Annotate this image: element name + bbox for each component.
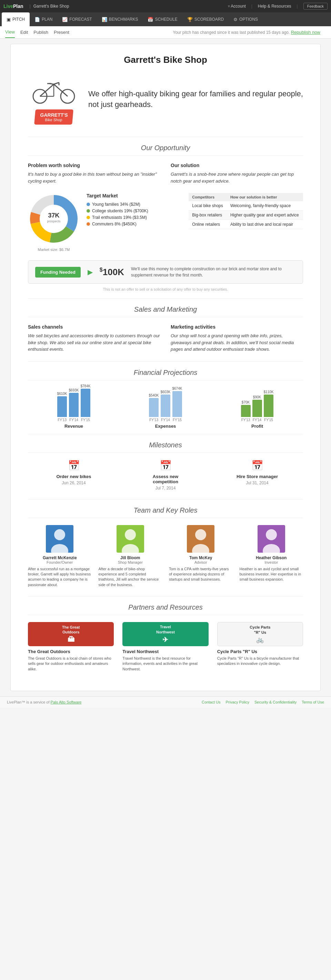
republish-link[interactable]: Republish now bbox=[291, 27, 320, 38]
partner-logo-3: Cycle Parts"R" Us 🚲 bbox=[217, 622, 303, 646]
milestone-title-3: Hire Store manager bbox=[231, 474, 283, 479]
funding-arrow: ▶ bbox=[87, 268, 93, 276]
tab-plan[interactable]: 📄 PLAN bbox=[30, 13, 57, 26]
funding-amount: $100K bbox=[100, 267, 124, 278]
options-icon: ⚙ bbox=[233, 17, 238, 22]
target-section: 37K prospects Market size: $6.7M Target … bbox=[28, 193, 303, 251]
team-member-1: Garrett McKenzie Founder/Owner After a s… bbox=[28, 525, 92, 588]
team-photo-4 bbox=[258, 525, 285, 553]
svg-point-18 bbox=[54, 529, 65, 540]
team-avatar-1 bbox=[46, 525, 73, 553]
profit-bar-col-1 bbox=[241, 405, 251, 417]
sales-channels-title: Sales channels bbox=[28, 324, 160, 330]
comp-header-2: How our solution is better bbox=[227, 193, 303, 201]
milestone-date-2: Jul 7, 2014 bbox=[139, 486, 192, 490]
subnav-edit[interactable]: Edit bbox=[21, 27, 28, 38]
funding-box: Funding Needed ▶ $100K We'll use this mo… bbox=[28, 260, 303, 284]
logo-text: LivePlan bbox=[3, 3, 24, 9]
svg-line-6 bbox=[54, 83, 59, 84]
team-photo-3 bbox=[187, 525, 214, 553]
partners-title: Partners and Resources bbox=[28, 603, 303, 615]
help-link[interactable]: Help & Resources bbox=[258, 4, 291, 9]
problem-text: It's hard to buy a good bike in this tow… bbox=[28, 171, 160, 185]
partner-logo-1: The GreatOutdoors 🏔 bbox=[28, 622, 114, 646]
legend-dot-2 bbox=[87, 209, 90, 213]
sales-marketing-title: Sales and Marketing bbox=[28, 305, 303, 317]
tab-options[interactable]: ⚙ OPTIONS bbox=[229, 13, 263, 26]
partner-logo-2: TravelNorthwest ✈ bbox=[122, 622, 208, 646]
footer-terms-link[interactable]: Terms of Use bbox=[302, 700, 324, 704]
team-avatar-2 bbox=[117, 525, 144, 553]
svg-point-24 bbox=[195, 529, 206, 540]
team-bio-1: After a successful run as a mortgage bro… bbox=[28, 566, 92, 588]
footer-privacy-link[interactable]: Privacy Policy bbox=[225, 700, 249, 704]
main-navigation: ▣ PITCH 📄 PLAN 📈 FORECAST 📊 BENCHMARKS 📅… bbox=[0, 13, 331, 26]
benchmarks-icon: 📊 bbox=[102, 17, 107, 22]
comp-header-1: Competitors bbox=[188, 193, 227, 201]
shop-name[interactable]: Garrett's Bike Shop bbox=[33, 4, 69, 9]
profit-bars: $70K FY'13 $90K FY'14 $110K FY'15 bbox=[211, 387, 303, 422]
milestone-1: 📅 Order new bikes Jun 26, 2014 bbox=[48, 460, 100, 490]
republish-notice: Your pitch has changed since it was last… bbox=[173, 30, 326, 35]
milestone-calendar-icon-1: 📅 bbox=[48, 460, 100, 471]
expense-bar-2: $603K FY'14 bbox=[161, 390, 171, 422]
funding-label: Funding Needed bbox=[35, 267, 81, 278]
pitch-title: Garrett's Bike Shop bbox=[28, 54, 303, 65]
account-link[interactable]: Account bbox=[231, 4, 245, 9]
profit-bar-1: $70K FY'13 bbox=[241, 401, 251, 422]
subnav-present[interactable]: Present bbox=[54, 27, 69, 38]
footer-security-link[interactable]: Security & Confidentiality bbox=[255, 700, 296, 704]
milestone-calendar-icon-3: 📅 bbox=[231, 460, 283, 471]
revenue-bar-3: $784K FY'15 bbox=[80, 384, 90, 422]
marketing-activities-title: Marketing activities bbox=[171, 324, 303, 330]
solution-title: Our solution bbox=[171, 162, 303, 168]
top-nav-items: Account | Help & Resources | Feedback bbox=[231, 3, 328, 10]
tab-schedule[interactable]: 📅 SCHEDULE bbox=[143, 13, 182, 26]
solution-col: Our solution Garrett's is a snob-free zo… bbox=[171, 162, 303, 185]
team-name-3: Tom McKey bbox=[169, 555, 233, 560]
logo-badge: GARRETT'S Bike Shop bbox=[34, 110, 73, 125]
milestone-title-2: Assess new competition bbox=[139, 474, 192, 484]
subnav-view[interactable]: View bbox=[5, 27, 15, 38]
target-market-title: Target Market bbox=[87, 193, 182, 199]
profit-chart-title: Profit bbox=[211, 423, 303, 429]
footer-contact-link[interactable]: Contact Us bbox=[202, 700, 220, 704]
palo-alto-link[interactable]: Palo Alto Software bbox=[51, 700, 82, 704]
sales-channels-text: We sell bicycles and accessories directl… bbox=[28, 332, 160, 353]
feedback-button[interactable]: Feedback bbox=[303, 3, 328, 10]
team-member-2: Jill Bloom Shop Manager After a decade o… bbox=[98, 525, 162, 588]
team-bio-3: Tom is a CPA with twenty-five years of e… bbox=[169, 566, 233, 582]
logo[interactable]: LivePlan bbox=[3, 3, 24, 9]
partner-name-2: Travel Northwest bbox=[122, 649, 208, 654]
revenue-bar-2: $693K FY'14 bbox=[69, 388, 79, 422]
partner-1: The GreatOutdoors 🏔 The Great Outdoors T… bbox=[28, 622, 114, 672]
tab-benchmarks[interactable]: 📊 BENCHMARKS bbox=[97, 13, 143, 26]
problem-title: Problem worth solving bbox=[28, 162, 160, 168]
hero-section: GARRETT'S Bike Shop We offer high-qualit… bbox=[28, 74, 303, 125]
donut-svg: 37K prospects bbox=[28, 193, 80, 245]
bike-illustration bbox=[32, 74, 76, 108]
tab-forecast[interactable]: 📈 FORECAST bbox=[57, 13, 97, 26]
milestone-title-1: Order new bikes bbox=[48, 474, 100, 479]
marketing-activities-col: Marketing activities Our shop will host … bbox=[171, 324, 303, 353]
expense-bar-col-3 bbox=[173, 391, 182, 417]
market-size-label: Market size: $6.7M bbox=[28, 248, 80, 251]
revenue-bars: $610K FY'13 $693K FY'14 $784K FY'15 bbox=[28, 387, 120, 422]
funding-desc: We'll use this money to complete constru… bbox=[131, 266, 296, 278]
opportunity-columns: Problem worth solving It's hard to buy a… bbox=[28, 162, 303, 185]
subnav-publish[interactable]: Publish bbox=[33, 27, 48, 38]
team-avatar-4 bbox=[258, 525, 285, 553]
milestone-date-1: Jun 26, 2014 bbox=[48, 480, 100, 485]
funding-disclaimer: This is not an offer to sell or a solici… bbox=[28, 287, 303, 291]
plan-icon: 📄 bbox=[35, 17, 40, 22]
tab-scoreboard[interactable]: 🏆 SCOREBOARD bbox=[182, 13, 229, 26]
team-name-1: Garrett McKenzie bbox=[28, 555, 92, 560]
partner-desc-2: Travel Northwest is the best resource fo… bbox=[122, 656, 208, 672]
partners-row: The GreatOutdoors 🏔 The Great Outdoors T… bbox=[28, 622, 303, 672]
partner-name-3: Cycle Parts "R" Us bbox=[217, 649, 303, 654]
tab-pitch[interactable]: ▣ PITCH bbox=[2, 13, 30, 26]
milestones-row: 📅 Order new bikes Jun 26, 2014 📅 Assess … bbox=[28, 460, 303, 490]
hero-logo: GARRETT'S Bike Shop bbox=[28, 74, 80, 125]
team-bio-2: After a decade of bike-shop experience a… bbox=[98, 566, 162, 588]
revenue-bar-col-2 bbox=[69, 393, 79, 417]
